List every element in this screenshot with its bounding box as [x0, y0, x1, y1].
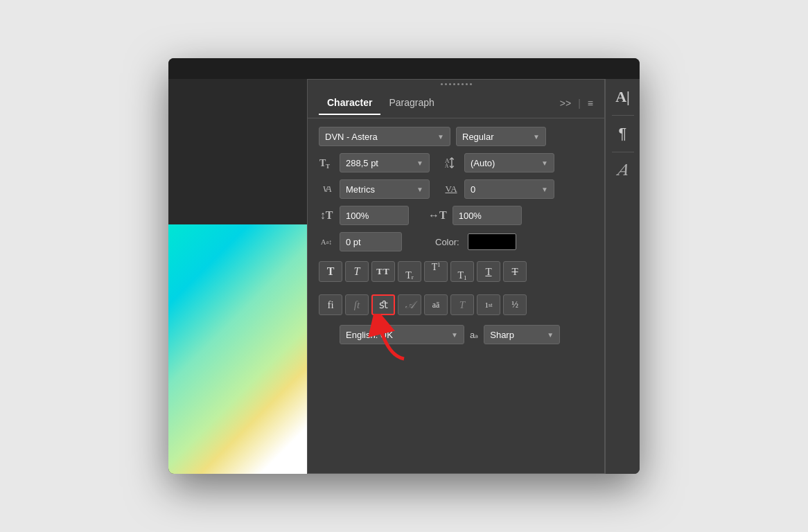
resize-dots	[441, 83, 472, 85]
scale-row: ↕T 100% ↔T 100%	[319, 206, 593, 225]
language-dropdown[interactable]: English: UK ▼	[340, 325, 464, 344]
font-style-arrow: ▼	[533, 133, 540, 141]
svg-text:T: T	[326, 163, 330, 170]
tracking-dropdown[interactable]: 0 ▼	[464, 179, 554, 199]
title-bar	[168, 58, 640, 79]
color-label: Color:	[435, 237, 459, 247]
language-aa-row: English: UK ▼ aₐ Sharp ▼	[319, 325, 593, 344]
antialiasing-arrow: ▼	[547, 331, 554, 339]
resize-handle[interactable]	[308, 80, 604, 88]
canvas	[168, 79, 307, 474]
character-tool-button[interactable]: A|	[611, 85, 635, 109]
tabs-more: >> | ≡	[560, 98, 593, 109]
leading-icon: A A	[443, 156, 459, 170]
horizontal-scale-icon: ↔T	[428, 209, 447, 222]
canvas-gradient	[168, 224, 307, 474]
tabs-row: Character Paragraph >> | ≡	[308, 88, 604, 118]
opentype-buttons-row: fi ſt ﬆ 𝒜 aā T 1st ½	[319, 292, 593, 318]
baseline-field[interactable]: 0 pt	[340, 232, 402, 251]
swash-button[interactable]: 𝒜	[398, 294, 421, 315]
svg-text:A: A	[445, 163, 449, 169]
font-style-dropdown[interactable]: Regular ▼	[456, 127, 546, 146]
stylistic-alternates-button[interactable]: T	[450, 294, 474, 315]
type-strikethrough-button[interactable]: T	[503, 261, 527, 282]
character-panel: Character Paragraph >> | ≡ DVN - Astera …	[307, 79, 605, 474]
tab-character[interactable]: Character	[319, 91, 380, 115]
fraction-button[interactable]: ½	[503, 294, 527, 315]
antialiasing-dropdown[interactable]: Sharp ▼	[484, 325, 560, 344]
type-superscript-button[interactable]: T1	[424, 261, 448, 282]
tracking-icon: VA	[443, 184, 459, 195]
fi-ligature-button[interactable]: fi	[319, 294, 342, 315]
canvas-area: Character Paragraph >> | ≡ DVN - Astera …	[168, 79, 640, 474]
ordinal-button[interactable]: 1st	[477, 294, 500, 315]
baseline-icon: Aa↕	[319, 238, 334, 246]
vertical-scale-field[interactable]: 100%	[340, 206, 409, 225]
baseline-color-row: Aa↕ 0 pt Color:	[319, 232, 593, 251]
tabs-more-icon[interactable]: >>	[560, 98, 571, 109]
kerning-dropdown[interactable]: Metrics ▼	[340, 179, 430, 199]
tracking-dropdown-arrow: ▼	[541, 186, 548, 193]
paragraph-tool-button[interactable]: ¶	[611, 121, 635, 146]
right-toolbar: A| ¶ 𝐴	[605, 79, 640, 474]
type-subscript-button[interactable]: T1	[450, 261, 474, 282]
size-leading-row: T T 288,5 pt ▼ A A	[319, 153, 593, 172]
vertical-scale-icon: ↕T	[319, 209, 334, 222]
kerning-tracking-row: VA Metrics ▼ VA 0 ▼	[319, 179, 593, 199]
type-style-buttons-row: T T TT Tr T1 T1 T T	[319, 258, 593, 285]
font-size-dropdown[interactable]: 288,5 pt ▼	[340, 153, 430, 172]
italic-a-tool-button[interactable]: 𝐴	[611, 158, 635, 183]
kerning-dropdown-arrow: ▼	[416, 186, 423, 193]
leading-dropdown[interactable]: (Auto) ▼	[464, 153, 554, 172]
type-regular-button[interactable]: T	[319, 261, 342, 282]
font-family-dropdown[interactable]: DVN - Astera ▼	[319, 127, 450, 146]
toolbar-divider-2	[612, 152, 634, 152]
type-allcaps-button[interactable]: TT	[371, 261, 395, 282]
type-smallcaps-button[interactable]: Tr	[398, 261, 421, 282]
app-window: Character Paragraph >> | ≡ DVN - Astera …	[168, 58, 640, 474]
st-ligature-italic-button[interactable]: ſt	[345, 294, 369, 315]
font-size-arrow: ▼	[416, 159, 423, 167]
horizontal-scale-field[interactable]: 100%	[453, 206, 522, 225]
font-size-icon: T T	[319, 156, 334, 170]
tab-paragraph[interactable]: Paragraph	[380, 91, 442, 115]
kerning-icon: VA	[319, 184, 334, 195]
font-family-arrow: ▼	[437, 133, 444, 141]
st-ligature-button[interactable]: ﬆ	[371, 294, 395, 315]
discretionary-ligature-button[interactable]: aā	[424, 294, 448, 315]
color-swatch[interactable]	[468, 233, 516, 250]
language-arrow: ▼	[451, 331, 458, 339]
toolbar-divider-1	[612, 115, 634, 116]
type-italic-button[interactable]: T	[345, 261, 369, 282]
antialiasing-icon: aₐ	[470, 330, 478, 340]
type-underline-button[interactable]: T	[477, 261, 500, 282]
font-row: DVN - Astera ▼ Regular ▼	[319, 127, 593, 146]
tabs-menu-icon[interactable]: ≡	[588, 98, 593, 109]
leading-arrow: ▼	[541, 159, 548, 167]
panel-body: DVN - Astera ▼ Regular ▼ T T	[308, 118, 604, 353]
